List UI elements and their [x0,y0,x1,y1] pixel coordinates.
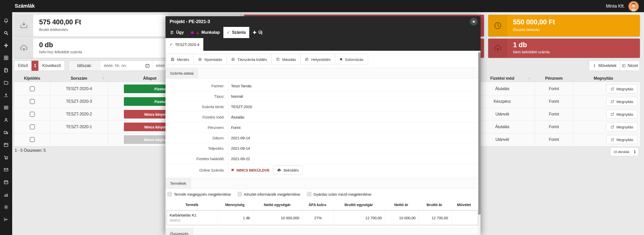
x-icon: ✖ [231,168,234,172]
cell-currency: Forint [535,121,573,133]
open-label: Megnyitás [616,138,633,142]
checkbox-serial-field[interactable]: Gyártási szám mező megjelenítése [307,192,371,196]
binder-icon[interactable] [0,64,12,76]
cloud-upload-icon [488,39,507,58]
save-icon [171,57,175,61]
modal-subtabs: ✓ TESZT-2020-4 [166,38,481,51]
checkbox-stock-info[interactable]: Készlet információk megjelenítése [238,192,300,196]
product-name: Karbantartás K1 [170,213,196,217]
cell-number: TESZT-2020-2 [50,108,108,121]
field-label: Dátum: [166,133,228,143]
field-value: Teszt Tamás [231,81,252,91]
next-page-button[interactable]: Következő [38,61,65,71]
card-total-debt: 550 000,00 Ft Összes tartozás [488,15,640,37]
modal-titlebar: Projekt - PE-2021-3 ✖ [166,16,481,27]
checkbox-label: Készlet információk megjelenítése [244,192,300,196]
download-icon[interactable] [0,89,12,101]
page-1-button[interactable]: 1 [31,61,39,71]
bell-icon[interactable] [0,14,12,27]
field-label: Partner: [166,81,228,91]
product-options: Termék megjegyzés megjelenítése Készlet … [167,192,378,196]
row-checkbox[interactable] [30,86,35,91]
external-link-icon [610,100,614,104]
field-label: Online Számla: [166,164,228,176]
chart-icon[interactable] [0,188,12,201]
printer-icon [198,57,202,61]
modal-scrollbar-thumb[interactable] [478,52,481,215]
gear-icon[interactable] [0,201,12,213]
search-icon[interactable] [0,27,12,39]
print-button[interactable]: Nyomtatás [193,54,227,65]
calendar-icon[interactable] [145,63,150,68]
truck-icon[interactable] [0,126,12,139]
save-button[interactable]: Mentés [166,54,194,65]
tab-label: Számla [232,30,246,35]
field-label: Típus: [166,91,228,101]
copy-button[interactable]: Másolás [271,54,301,65]
row-checkbox[interactable] [30,137,35,142]
calendar-icon[interactable] [0,176,12,188]
plus-icon[interactable] [0,39,12,52]
cell-number: TESZT-2020-3 [50,95,108,108]
top-bar: Számlák Minta Kft. [0,0,644,12]
sort-number-icon[interactable]: ↑↓ [102,76,104,80]
collapse-icon[interactable] [0,213,12,226]
cell-currency: Forint [535,82,573,95]
product-row[interactable]: Karbantartás K1 SER021 1 db 10 000,000 2… [167,210,478,225]
open-invoice-button[interactable]: Megnyitás [606,135,638,144]
prev-page-button[interactable]: Előző [14,61,32,71]
send-button[interactable]: Beküldés [273,165,303,175]
tab-munkalap[interactable]: ▲ Munkalap [187,27,223,38]
field-value: Forint [231,122,240,132]
remote-invoice-button[interactable]: Távszámla küldés [226,54,272,65]
invoice-toolbar: Mentés Nyomtatás Távszámla küldés Másolá… [166,54,368,65]
tab-szamla[interactable]: ✓ Számla [223,27,249,38]
cart-icon[interactable] [0,151,12,163]
folder-icon[interactable] [0,76,12,89]
modal-tabs: Ügy ▲ Munkalap ✓ Számla ✚ Új [166,27,481,38]
cell-currency: Forint [535,133,573,146]
correction-button[interactable]: Helyesbítés [300,54,335,65]
avatar-person-icon [629,1,639,11]
close-icon[interactable]: ✖ [470,18,477,25]
sort-payment-icon[interactable]: ↑↓ [527,76,530,80]
field-value: 2021-09-14 [231,133,250,143]
window-icon[interactable] [0,139,12,151]
plus-icon: ✚ [253,30,256,35]
pcol-header: Mennyiség [217,201,253,208]
grid-icon[interactable] [0,52,12,64]
select-arrows-icon: ▲▼ [634,150,638,154]
subtab-invoice[interactable]: ✓ TESZT-2020-4 [166,38,203,51]
product-gross-unit: 12 700,00 [334,211,385,225]
view-button[interactable]: Nézet [620,61,640,71]
external-link-icon [610,125,614,129]
user-avatar[interactable] [628,1,639,12]
row-checkbox[interactable] [30,99,35,104]
storno-button[interactable]: ✖ Sztornózás [335,54,368,65]
open-invoice-button[interactable]: Megnyitás [606,122,638,131]
page-size-select[interactable]: 10 db/oldal ▲▼ [610,147,639,156]
summary-section: Összegzés [166,228,478,235]
person-icon[interactable] [0,114,12,126]
period-from-input[interactable] [100,61,152,71]
open-label: Megnyitás [616,112,633,116]
mail-icon[interactable] [0,163,12,176]
open-invoice-button[interactable]: Megnyitás [606,110,638,119]
row-checkbox[interactable] [30,124,35,129]
tab-new[interactable]: ✚ Új [249,27,266,38]
clock-icon [488,15,507,37]
cloud-upload-icon [277,168,281,172]
tab-ugy[interactable]: Ügy [167,27,187,38]
product-qty: 1 db [218,211,253,225]
page-size-value: 10 db/oldal [610,150,634,154]
operations-button[interactable]: ⋮ Műveletek [589,61,620,71]
card-value: 0 db [39,41,53,49]
cell-number: TESZT-2020-4 [50,82,108,95]
row-checkbox[interactable] [30,112,35,117]
open-invoice-button[interactable]: Megnyitás [606,84,638,93]
checkbox-product-note[interactable]: Termék megjegyzés megjelenítése [167,192,231,196]
product-code: SER021 [170,219,181,222]
open-invoice-button[interactable]: Megnyitás [606,97,638,106]
check-icon: ✓ [170,42,173,47]
table-icon[interactable] [0,101,12,114]
